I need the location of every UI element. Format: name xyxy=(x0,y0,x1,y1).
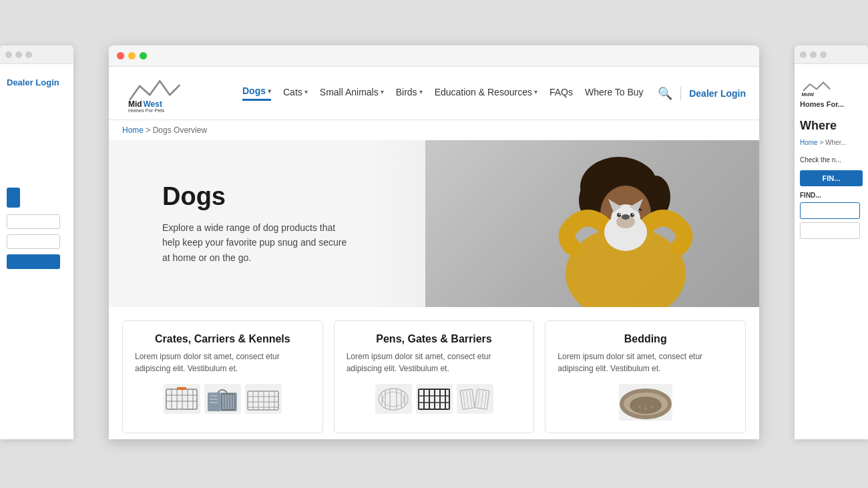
category-title-crates: Crates, Carriers & Kennels xyxy=(135,333,310,345)
pen-svg xyxy=(377,386,410,413)
svg-line-69 xyxy=(469,391,471,407)
hero-image xyxy=(425,140,759,307)
right-win-dot-2 xyxy=(810,51,817,58)
right-input-1[interactable] xyxy=(800,202,860,219)
hero-content: Dogs Explore a wide range of dog product… xyxy=(109,182,403,265)
small-animals-chevron-icon: ▾ xyxy=(381,88,384,95)
svg-point-19 xyxy=(619,214,620,215)
right-logo: MidW Homes For... xyxy=(800,77,863,109)
nav-item-where-to-buy[interactable]: Where To Buy xyxy=(585,87,644,100)
cats-chevron-icon: ▾ xyxy=(304,88,308,95)
left-window-content: Dealer Login xyxy=(0,64,73,282)
navbar: Mid West Homes For Pets Dogs ▾ Cats ▾ Sm… xyxy=(109,67,759,120)
gate-svg xyxy=(417,386,451,413)
win-dot-1 xyxy=(5,51,12,58)
main-browser-window: Mid West Homes For Pets Dogs ▾ Cats ▾ Sm… xyxy=(109,45,759,439)
left-dealer-login[interactable]: Dealer Login xyxy=(7,77,67,87)
svg-point-51 xyxy=(383,392,404,407)
hero-title: Dogs xyxy=(162,182,349,211)
hero-section: Dogs Explore a wide range of dog product… xyxy=(109,140,759,307)
left-small-button[interactable] xyxy=(7,254,60,269)
product-image-barrier xyxy=(457,384,493,414)
category-images-crates xyxy=(135,384,310,414)
right-breadcrumb-current: Wher... xyxy=(825,139,847,146)
right-win-dot-1 xyxy=(800,51,807,58)
win-dot-3 xyxy=(25,51,32,58)
product-image-carrier xyxy=(204,384,241,414)
breadcrumb-home[interactable]: Home xyxy=(122,126,144,135)
left-partial-window: Dealer Login xyxy=(0,45,73,439)
dog-bed-svg xyxy=(620,385,672,420)
category-title-bedding: Bedding xyxy=(558,333,733,345)
product-image-dog-bed xyxy=(619,384,672,421)
breadcrumb-current: Dogs Overview xyxy=(153,126,207,135)
svg-line-67 xyxy=(463,391,465,407)
right-breadcrumb: Home > Wher... xyxy=(800,139,863,146)
right-partial-window: MidW Homes For... Where Home > Wher... C… xyxy=(795,45,868,439)
svg-rect-21 xyxy=(166,389,197,409)
svg-point-16 xyxy=(622,214,630,220)
nav-divider xyxy=(680,87,681,100)
nav-item-education[interactable]: Education & Resources ▾ xyxy=(435,87,537,100)
product-image-pen xyxy=(375,384,412,414)
maximize-dot[interactable] xyxy=(140,52,147,59)
win-dot-2 xyxy=(15,51,22,58)
logo-svg: Mid West Homes For Pets xyxy=(122,73,182,113)
nav-item-faqs[interactable]: FAQs xyxy=(550,87,573,100)
minimize-dot[interactable] xyxy=(128,52,136,59)
nav-item-cats[interactable]: Cats ▾ xyxy=(283,87,308,100)
right-where-title: Where xyxy=(800,119,863,134)
breadcrumb-bar: Home > Dogs Overview xyxy=(109,120,759,140)
close-dot[interactable] xyxy=(117,52,124,59)
category-card-bedding[interactable]: Bedding Lorem ipsum dolor sit amet, cons… xyxy=(545,320,746,433)
left-blue-button[interactable] xyxy=(7,188,20,208)
category-card-crates[interactable]: Crates, Carriers & Kennels Lorem ipsum d… xyxy=(122,320,323,433)
right-body-text: Check the n... xyxy=(800,156,863,164)
category-desc-bedding: Lorem ipsum dolor sit amet, consect etur… xyxy=(558,350,733,375)
right-window-content: MidW Homes For... Where Home > Wher... C… xyxy=(795,64,868,252)
category-desc-pens: Lorem ipsum dolor sit amet, consect etur… xyxy=(347,350,522,375)
breadcrumb-separator: > xyxy=(146,126,152,135)
dogs-chevron-icon: ▾ xyxy=(268,87,271,95)
category-images-pens xyxy=(347,384,522,414)
svg-point-78 xyxy=(644,407,647,410)
right-breadcrumb-home[interactable]: Home xyxy=(800,139,818,146)
right-find-button[interactable]: FIN... xyxy=(800,170,863,186)
svg-point-20 xyxy=(632,214,634,215)
svg-point-77 xyxy=(638,405,641,408)
right-win-dot-3 xyxy=(820,51,827,58)
svg-point-75 xyxy=(630,397,662,414)
nav-item-dogs[interactable]: Dogs ▾ xyxy=(242,85,271,101)
nav-item-birds[interactable]: Birds ▾ xyxy=(396,87,423,100)
right-titlebar xyxy=(795,45,868,64)
kennel-svg xyxy=(246,386,280,413)
categories-section: Crates, Carriers & Kennels Lorem ipsum d… xyxy=(109,307,759,439)
nav-item-small-animals[interactable]: Small Animals ▾ xyxy=(320,87,384,100)
nav-links: Dogs ▾ Cats ▾ Small Animals ▾ Birds ▾ Ed… xyxy=(242,85,651,101)
search-icon[interactable]: 🔍 xyxy=(658,86,672,101)
nav-right: 🔍 Dealer Login xyxy=(658,86,746,101)
category-title-pens: Pens, Gates & Barriers xyxy=(347,333,522,345)
product-image-wire-crate xyxy=(164,384,200,414)
product-image-gate xyxy=(416,384,453,414)
left-input-1[interactable] xyxy=(7,214,60,229)
left-input-2[interactable] xyxy=(7,234,60,249)
education-chevron-icon: ▾ xyxy=(534,88,537,95)
hero-person-svg xyxy=(425,140,759,307)
svg-line-72 xyxy=(481,391,483,408)
svg-line-73 xyxy=(484,391,486,407)
svg-text:Homes For Pets: Homes For Pets xyxy=(128,107,164,113)
svg-point-18 xyxy=(630,213,634,217)
right-input-2[interactable] xyxy=(800,222,860,239)
svg-rect-31 xyxy=(208,393,221,411)
barrier-svg xyxy=(458,386,491,413)
wire-crate-svg xyxy=(165,386,198,413)
birds-chevron-icon: ▾ xyxy=(419,88,423,95)
svg-line-68 xyxy=(466,391,469,408)
product-image-kennel xyxy=(245,384,282,414)
svg-rect-29 xyxy=(177,387,186,390)
right-logo-text: Homes For... xyxy=(800,100,863,109)
category-card-pens[interactable]: Pens, Gates & Barriers Lorem ipsum dolor… xyxy=(334,320,535,433)
dealer-login-button[interactable]: Dealer Login xyxy=(689,88,746,99)
hero-description: Explore a wide range of dog products tha… xyxy=(162,220,349,265)
